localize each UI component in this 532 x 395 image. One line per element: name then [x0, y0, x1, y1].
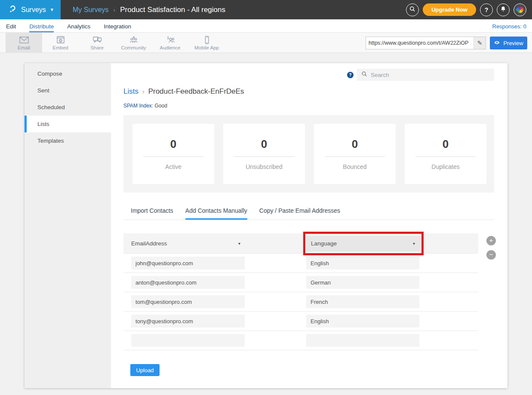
survey-nav: Edit Distribute Analytics Integration Re… [0, 19, 532, 32]
contact-row [123, 331, 478, 350]
app-logo-block[interactable]: Surveys ▼ [0, 0, 61, 19]
page-title: Product Satisfaction - All regions [120, 6, 225, 14]
sidebar-item-lists[interactable]: Lists [25, 116, 111, 132]
channel-label: Email [18, 45, 30, 50]
divider [143, 156, 203, 157]
divider [325, 156, 385, 157]
stat-label: Bounced [314, 163, 396, 170]
preview-button[interactable]: Preview [490, 37, 527, 49]
language-input[interactable] [306, 276, 419, 289]
edit-url-button[interactable]: ✎ [474, 37, 486, 49]
email-lists-panel: Compose Sent Scheduled Lists Templates ?… [25, 63, 507, 388]
list-breadcrumb: Lists › Product-Feedback-EnFrDeEs [123, 87, 494, 96]
mobile-phone-icon [202, 35, 212, 45]
column-mapping-row: EmailAddress ▾ Language ▾ [123, 233, 478, 254]
user-avatar[interactable] [514, 3, 526, 16]
upgrade-now-button[interactable]: Upgrade Now [423, 3, 476, 16]
search-button[interactable] [406, 3, 419, 16]
stat-label: Unsubscribed [223, 163, 305, 170]
stat-value: 0 [223, 138, 305, 151]
divider [415, 156, 476, 157]
sidebar-item-scheduled[interactable]: Scheduled [25, 99, 111, 116]
language-column-dropdown[interactable]: Language ▾ [306, 236, 421, 251]
sidebar-item-templates[interactable]: Templates [25, 132, 111, 149]
email-input[interactable] [131, 315, 245, 328]
sidebar-item-compose[interactable]: Compose [25, 65, 111, 82]
help-circle-icon[interactable]: ? [347, 72, 354, 78]
remove-row-button[interactable]: − [486, 250, 496, 260]
email-column-dropdown[interactable]: EmailAddress ▾ [131, 240, 244, 247]
questionpro-logo-icon [8, 4, 17, 15]
tab-copy-paste-email[interactable]: Copy / Paste Email Addresses [259, 207, 340, 220]
sidebar-item-sent[interactable]: Sent [25, 82, 111, 99]
search-icon [409, 6, 416, 14]
spam-index-value: Good [154, 103, 167, 109]
pencil-icon: ✎ [477, 40, 483, 46]
nav-integration[interactable]: Integration [104, 23, 131, 32]
language-input[interactable] [306, 315, 419, 328]
stat-label: Active [132, 163, 214, 170]
add-row-button[interactable]: + [486, 236, 496, 245]
help-button[interactable]: ? [480, 3, 493, 16]
email-sidebar: Compose Sent Scheduled Lists Templates [25, 63, 111, 388]
email-input[interactable] [131, 276, 245, 289]
upload-button[interactable]: Upload [130, 364, 160, 376]
spam-index: SPAM Index: Good [123, 103, 494, 109]
stat-card-unsubscribed: 0 Unsubscribed [223, 124, 305, 184]
language-input[interactable] [306, 295, 419, 308]
email-input[interactable] [131, 334, 245, 347]
channel-label: Embed [52, 45, 68, 50]
stat-value: 0 [132, 138, 214, 151]
eye-icon [494, 40, 500, 46]
channel-audience[interactable]: $ Audience [152, 33, 188, 52]
channel-email[interactable]: Email [6, 33, 42, 52]
contact-row [123, 273, 478, 292]
question-mark-icon: ? [485, 6, 489, 13]
breadcrumb-separator: › [114, 6, 116, 13]
language-input[interactable] [306, 257, 419, 269]
community-people-icon [129, 35, 139, 45]
language-input[interactable] [306, 334, 419, 347]
channel-community[interactable]: Community [115, 33, 152, 52]
tab-import-contacts[interactable]: Import Contacts [131, 207, 173, 220]
divider [234, 156, 294, 157]
avatar-swoosh-icon [515, 5, 524, 14]
breadcrumb-my-surveys[interactable]: My Surveys [73, 6, 109, 14]
stat-card-duplicates: 0 Duplicates [405, 124, 486, 184]
channel-mobile-app[interactable]: Mobile App [188, 33, 225, 52]
list-stats-panel: 0 Active 0 Unsubscribed 0 Bounced 0 Dupl… [123, 115, 494, 193]
stat-value: 0 [314, 138, 396, 151]
email-input[interactable] [131, 257, 245, 269]
channel-embed[interactable]: Embed [42, 33, 79, 52]
notifications-button[interactable] [497, 3, 510, 16]
stat-card-active: 0 Active [132, 124, 214, 184]
channel-share[interactable]: Share [79, 33, 115, 52]
channel-tabs: Email Embed Share Community $ Audience [6, 33, 225, 52]
breadcrumb-separator: › [142, 88, 145, 95]
nav-distribute[interactable]: Distribute [29, 23, 54, 32]
chevron-down-icon: ▼ [50, 7, 54, 12]
responses-count[interactable]: Responses: 0 [492, 23, 527, 32]
search-input[interactable] [371, 72, 490, 78]
breadcrumb: My Surveys › Product Satisfaction - All … [73, 6, 225, 14]
survey-url-input[interactable] [366, 37, 474, 49]
bell-icon [500, 6, 507, 14]
list-search-row: ? [123, 69, 494, 81]
list-search-box [357, 69, 494, 81]
lists-main: ? Lists › Product-Feedback-EnFrDeEs SPAM… [111, 63, 507, 376]
email-input[interactable] [131, 295, 245, 308]
spam-index-label: SPAM Index: [123, 103, 153, 109]
topbar-actions: Upgrade Now ? [406, 3, 526, 16]
nav-analytics[interactable]: Analytics [67, 23, 90, 32]
stat-label: Duplicates [405, 163, 486, 170]
channel-label: Share [90, 45, 104, 50]
row-tools: + − [486, 236, 496, 260]
breadcrumb-lists-link[interactable]: Lists [123, 87, 138, 96]
distribute-toolbar: Email Embed Share Community $ Audience [0, 32, 532, 53]
nav-edit[interactable]: Edit [6, 23, 16, 32]
preview-label: Preview [503, 40, 523, 46]
channel-label: Community [121, 45, 146, 50]
contacts-table: EmailAddress ▾ Language ▾ [123, 233, 494, 350]
tab-add-contacts-manually[interactable]: Add Contacts Manually [185, 207, 247, 220]
list-name: Product-Feedback-EnFrDeEs [148, 87, 244, 96]
